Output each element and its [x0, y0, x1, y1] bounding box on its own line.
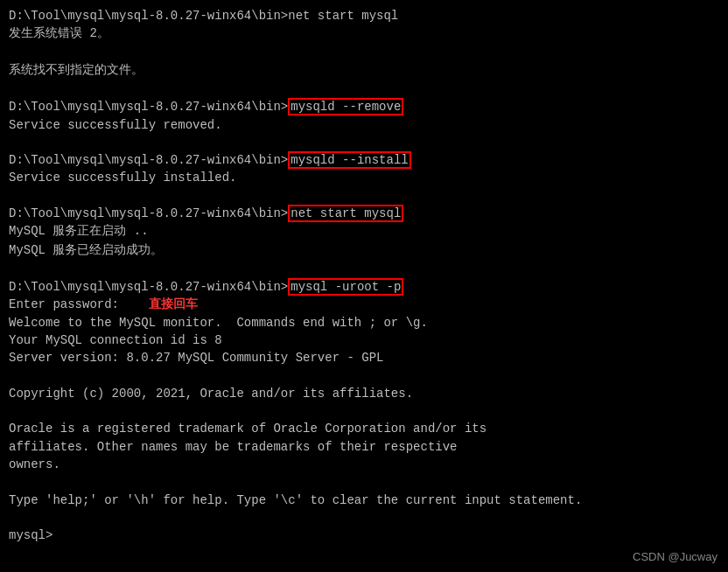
- line-21: Server version: 8.0.27 MySQL Community S…: [9, 349, 719, 366]
- cmd-mysql: mysql -uroot -p: [288, 278, 403, 296]
- line-26: affiliates. Other names may be trademark…: [9, 438, 719, 456]
- line-20: Your MySQL connection id is 8: [9, 331, 719, 349]
- line-19: Welcome to the MySQL monitor. Commands e…: [9, 314, 719, 331]
- cmd-install: mysqld --install: [288, 151, 410, 169]
- prompt-6: D:\Tool\mysql\mysql-8.0.27-winx64\bin>: [9, 100, 288, 114]
- line-27: owners.: [9, 456, 719, 473]
- line-10: Service successfully installed.: [9, 169, 719, 186]
- line-29: Type 'help;' or '\h' for help. Type '\c'…: [9, 492, 719, 509]
- prompt-12: D:\Tool\mysql\mysql-8.0.27-winx64\bin>: [9, 206, 288, 220]
- line-24: [9, 402, 719, 420]
- watermark: CSDN @Jucway: [633, 550, 718, 563]
- line-8: [9, 134, 719, 151]
- line-17: D:\Tool\mysql\mysql-8.0.27-winx64\bin>my…: [9, 278, 719, 296]
- prompt-17: D:\Tool\mysql\mysql-8.0.27-winx64\bin>: [9, 280, 288, 294]
- prompt-9: D:\Tool\mysql\mysql-8.0.27-winx64\bin>: [9, 153, 288, 167]
- terminal-window: D:\Tool\mysql\mysql-8.0.27-winx64\bin>ne…: [0, 0, 728, 572]
- line-11: [9, 187, 719, 205]
- line-22: [9, 367, 719, 385]
- line-28: [9, 473, 719, 491]
- line-3: [9, 44, 719, 61]
- line-13: MySQL 服务正在启动 ..: [9, 222, 719, 241]
- cmd-remove: mysqld --remove: [288, 98, 403, 115]
- line-31: mysql>: [9, 527, 719, 544]
- line-9: D:\Tool\mysql\mysql-8.0.27-winx64\bin>my…: [9, 151, 719, 169]
- line-14: MySQL 服务已经启动成功。: [9, 241, 719, 261]
- line-30: [9, 509, 719, 527]
- direct-enter-label: 直接回车: [149, 297, 198, 311]
- line-6: D:\Tool\mysql\mysql-8.0.27-winx64\bin>my…: [9, 98, 719, 115]
- line-25: Oracle is a registered trademark of Orac…: [9, 420, 719, 437]
- line-15: [9, 261, 719, 278]
- line-7: Service successfully removed.: [9, 116, 719, 134]
- cmd-start: net start mysql: [288, 205, 403, 222]
- line-12: D:\Tool\mysql\mysql-8.0.27-winx64\bin>ne…: [9, 205, 719, 222]
- line-2: 发生系统错误 2。: [9, 24, 719, 44]
- line-18: Enter password: 直接回车: [9, 296, 719, 313]
- line-1: D:\Tool\mysql\mysql-8.0.27-winx64\bin>ne…: [9, 7, 719, 24]
- line-5: [9, 80, 719, 98]
- line-23: Copyright (c) 2000, 2021, Oracle and/or …: [9, 385, 719, 402]
- enter-password-label: Enter password:: [9, 297, 149, 311]
- line-4: 系统找不到指定的文件。: [9, 61, 719, 80]
